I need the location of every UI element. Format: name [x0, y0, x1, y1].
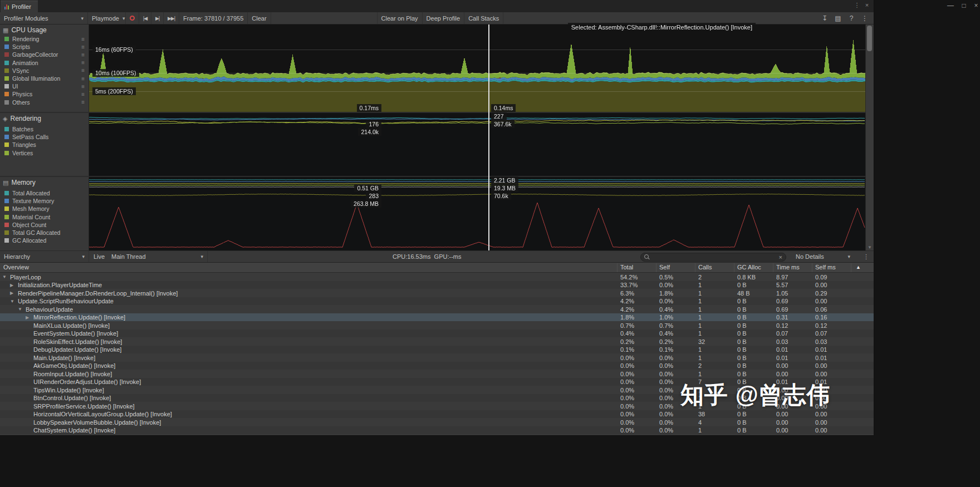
playmode-dropdown[interactable]: Playmode ▾: [88, 12, 126, 24]
row-expand-icon[interactable]: ▼: [18, 307, 22, 312]
toolbar-menu-icon[interactable]: ⋮: [858, 12, 871, 24]
search-box[interactable]: ×: [640, 253, 786, 262]
legend-item-object-count[interactable]: Object Count: [0, 221, 89, 229]
legend-item-garbagecollector[interactable]: GarbageCollector≡: [0, 51, 89, 58]
legend-item-material-count[interactable]: Material Count: [0, 213, 89, 221]
titlebar[interactable]: Profiler ⋮ ×: [0, 0, 874, 12]
column-self-ms[interactable]: Self ms: [815, 264, 836, 270]
window-close-icon[interactable]: ×: [863, 2, 871, 8]
row-expand-icon[interactable]: ▶: [10, 283, 13, 288]
legend-item-triangles[interactable]: Triangles: [0, 141, 89, 149]
table-row[interactable]: ▶Initialization.PlayerUpdateTime33.7%0.0…: [0, 281, 874, 289]
frame-selection-line[interactable]: [488, 24, 489, 250]
row-expand-icon[interactable]: ▶: [26, 315, 29, 320]
drag-handle-icon[interactable]: ≡: [81, 83, 85, 90]
table-row[interactable]: AkGameObj.Update() [Invoke]0.0%0.0%20 B0…: [0, 362, 874, 370]
clear-on-play-toggle[interactable]: Clear on Play: [377, 12, 423, 24]
legend-item-batches[interactable]: Batches: [0, 125, 89, 133]
cpu-usage-chart[interactable]: [89, 24, 865, 112]
table-row[interactable]: RoomInput.Update() [Invoke]0.0%0.0%10 B0…: [0, 370, 874, 378]
column-divider[interactable]: [812, 263, 812, 272]
legend-item-animation[interactable]: Animation≡: [0, 59, 89, 67]
charts-scrollbar[interactable]: ▼: [865, 24, 873, 250]
column-time-ms[interactable]: Time ms: [776, 264, 800, 270]
minimize-icon[interactable]: —: [945, 2, 955, 9]
legend-item-physics[interactable]: Physics≡: [0, 90, 89, 98]
column-divider[interactable]: [695, 263, 695, 272]
drag-handle-icon[interactable]: ≡: [81, 36, 85, 42]
module-header-rendering[interactable]: ◈ Rendering: [3, 115, 41, 122]
legend-item-ui[interactable]: UI≡: [0, 82, 89, 90]
deep-profile-toggle[interactable]: Deep Profile: [423, 12, 465, 24]
module-header-memory[interactable]: ▤ Memory: [3, 179, 36, 186]
drag-handle-icon[interactable]: ≡: [81, 44, 85, 50]
scrollbar-thumb[interactable]: [867, 26, 872, 51]
column-total[interactable]: Total: [620, 264, 633, 270]
legend-item-total-allocated[interactable]: Total Allocated: [0, 189, 89, 197]
legend-item-others[interactable]: Others≡: [0, 99, 89, 106]
column-calls[interactable]: Calls: [698, 264, 712, 270]
search-input[interactable]: [653, 254, 776, 260]
tab-profiler[interactable]: Profiler: [1, 1, 38, 12]
table-row[interactable]: ▼BehaviourUpdate4.2%0.4%10 B0.690.06: [0, 305, 874, 313]
column-gc-alloc[interactable]: GC Alloc: [737, 264, 761, 270]
current-frame-button[interactable]: ▶▶|: [164, 12, 179, 24]
legend-item-rendering[interactable]: Rendering≡: [0, 35, 89, 43]
table-row[interactable]: Main.Update() [Invoke]0.0%0.0%10 B0.010.…: [0, 353, 874, 362]
legend-item-gc-allocated[interactable]: GC Allocated: [0, 237, 89, 244]
module-header-cpu[interactable]: ▦ CPU Usage: [3, 26, 47, 34]
legend-item-vsync[interactable]: VSync≡: [0, 67, 89, 75]
table-row[interactable]: DebugUpdater.Update() [Invoke]0.1%0.1%10…: [0, 346, 874, 354]
table-row[interactable]: ▶RenderPipelineManager.DoRenderLoop_Inte…: [0, 289, 874, 297]
export-icon[interactable]: ↧: [818, 12, 831, 24]
legend-item-total-gc-allocated[interactable]: Total GC Allocated: [0, 229, 89, 237]
legend-item-vertices[interactable]: Vertices: [0, 149, 89, 157]
sort-asc-icon[interactable]: ▲: [856, 264, 861, 270]
drag-handle-icon[interactable]: ≡: [81, 76, 85, 82]
legend-item-mesh-memory[interactable]: Mesh Memory: [0, 205, 89, 213]
next-frame-button[interactable]: ▶|: [151, 12, 164, 24]
profiler-modules-dropdown[interactable]: Profiler Modules ▾: [0, 12, 88, 24]
column-self[interactable]: Self: [659, 264, 670, 270]
table-row[interactable]: ▼PlayerLoop54.2%0.5%20.8 KB8.970.09: [0, 273, 874, 281]
rendering-chart[interactable]: [89, 113, 865, 176]
call-stacks-toggle[interactable]: Call Stacks: [464, 12, 503, 24]
close-icon[interactable]: ×: [971, 2, 980, 9]
view-mode-dropdown[interactable]: Hierarchy ▾: [0, 251, 89, 262]
search-clear-icon[interactable]: ×: [779, 254, 782, 260]
table-row[interactable]: RoleSkinEffect.Update() [Invoke]0.2%0.2%…: [0, 337, 874, 346]
memory-chart[interactable]: [89, 177, 865, 250]
clear-button[interactable]: Clear: [247, 12, 271, 24]
table-row[interactable]: MainXLua.Update() [Invoke]0.7%0.7%10 B0.…: [0, 321, 874, 329]
drag-handle-icon[interactable]: ≡: [81, 67, 85, 73]
report-icon[interactable]: ▤: [831, 12, 845, 24]
column-divider[interactable]: [851, 263, 851, 272]
legend-item-setpass-calls[interactable]: SetPass Calls: [0, 133, 89, 141]
table-row[interactable]: ChatSystem.Update() [Invoke]0.0%0.0%10 B…: [0, 426, 874, 435]
drag-handle-icon[interactable]: ≡: [81, 52, 85, 58]
drag-handle-icon[interactable]: ≡: [81, 91, 85, 97]
live-toggle[interactable]: Live: [90, 251, 109, 262]
table-row[interactable]: LobbySpeakerVolumeBubble.Update() [Invok…: [0, 418, 874, 426]
column-divider[interactable]: [617, 263, 618, 272]
column-divider[interactable]: [656, 263, 656, 272]
legend-item-scripts[interactable]: Scripts≡: [0, 43, 89, 51]
row-expand-icon[interactable]: ▶: [10, 291, 13, 296]
window-menu-icon[interactable]: ⋮: [852, 2, 861, 9]
legend-item-global-illumination[interactable]: Global Illumination≡: [0, 75, 89, 82]
row-expand-icon[interactable]: ▼: [10, 299, 14, 304]
maximize-icon[interactable]: □: [959, 2, 969, 9]
charts-area[interactable]: [89, 24, 865, 250]
column-divider[interactable]: [734, 263, 734, 272]
details-menu-icon[interactable]: ⋮: [859, 251, 873, 262]
row-expand-icon[interactable]: ▼: [2, 274, 7, 279]
table-row[interactable]: EventSystem.Update() [Invoke]0.4%0.4%10 …: [0, 329, 874, 338]
help-icon[interactable]: ?: [845, 12, 858, 24]
legend-item-texture-memory[interactable]: Texture Memory: [0, 197, 89, 205]
previous-frame-button[interactable]: |◀: [139, 12, 151, 24]
thread-dropdown[interactable]: Main Thread ▾: [107, 251, 208, 262]
scroll-down-icon[interactable]: ▼: [868, 245, 872, 250]
record-button[interactable]: [126, 12, 139, 24]
table-row[interactable]: ▼Update.ScriptRunBehaviourUpdate4.2%0.0%…: [0, 297, 874, 306]
drag-handle-icon[interactable]: ≡: [81, 60, 85, 66]
